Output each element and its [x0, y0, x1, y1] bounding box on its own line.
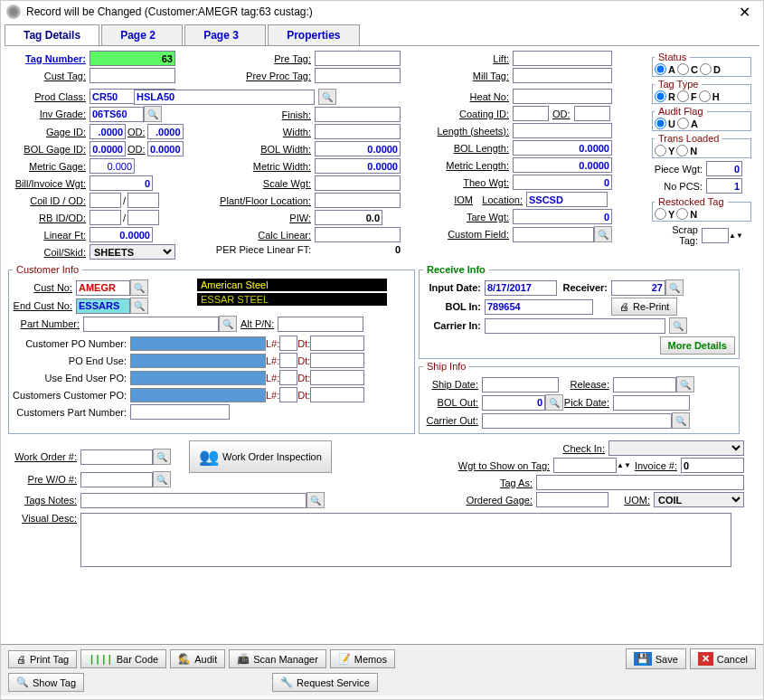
pre-tag-input[interactable] [315, 51, 401, 66]
carrier-in-input[interactable] [485, 318, 665, 334]
calc-linear-input[interactable] [315, 227, 401, 242]
visual-desc-input[interactable] [80, 513, 731, 567]
coil-od-input[interactable] [127, 193, 159, 208]
cust-po-input[interactable] [130, 336, 266, 351]
tab-tag-details[interactable]: Tag Details [5, 24, 99, 45]
more-details-button[interactable]: More Details [660, 336, 735, 355]
tags-notes-input[interactable] [80, 493, 307, 508]
use-end-d-input[interactable] [310, 370, 364, 385]
cust-no-input[interactable] [76, 280, 130, 296]
tab-page-2[interactable]: Page 2 [101, 24, 183, 45]
plant-floor-input[interactable] [315, 193, 401, 208]
prod-class-search-icon[interactable]: 🔍 [318, 89, 336, 105]
metric-width-input[interactable] [315, 158, 401, 174]
coil-id-input[interactable] [90, 193, 121, 208]
save-button[interactable]: 💾Save [626, 648, 686, 669]
tag-type-radios[interactable]: RFH [655, 90, 749, 102]
custom-field-search-icon[interactable]: 🔍 [594, 226, 612, 242]
tag-as-input[interactable] [536, 475, 744, 490]
receiver-search-icon[interactable]: 🔍 [665, 279, 684, 296]
cust-customer-po-input[interactable] [130, 388, 266, 402]
bol-gage-id-input[interactable] [90, 141, 126, 156]
uom-select[interactable]: COIL [654, 492, 744, 507]
length-sheets-input[interactable] [513, 123, 612, 138]
release-input[interactable] [613, 377, 676, 393]
part-search-icon[interactable]: 🔍 [219, 316, 237, 332]
carrier-in-search-icon[interactable]: 🔍 [669, 317, 687, 334]
bol-out-input[interactable] [482, 395, 545, 411]
wgt-to-show-input[interactable] [553, 458, 617, 473]
cust-no-search-icon[interactable]: 🔍 [130, 279, 148, 296]
audit-flag-radios[interactable]: UA [655, 118, 749, 129]
ccp-l-input[interactable] [279, 387, 297, 402]
work-order-input[interactable] [80, 449, 153, 465]
location-input[interactable] [526, 192, 608, 207]
gage-id-input[interactable] [90, 124, 126, 139]
coating-id-input[interactable] [513, 106, 549, 121]
part-number-input[interactable] [83, 317, 219, 332]
tare-wgt-input[interactable] [513, 209, 612, 224]
cust-tag-input[interactable] [90, 68, 175, 83]
piece-wgt-input[interactable] [706, 161, 742, 176]
bol-gage-od-input[interactable] [147, 141, 184, 156]
notes-search-icon[interactable]: 🔍 [307, 492, 325, 508]
show-tag-button[interactable]: 🔍Show Tag [8, 673, 84, 692]
carrier-out-input[interactable] [482, 413, 672, 429]
po-end-l-input[interactable] [279, 353, 297, 368]
alt-pn-input[interactable] [278, 317, 363, 332]
mill-tag-input[interactable] [513, 68, 612, 83]
theo-wgt-input[interactable] [513, 175, 612, 190]
bill-wgt-input[interactable] [90, 175, 153, 191]
input-date-input[interactable] [485, 280, 557, 296]
prod-class-2-input[interactable] [134, 90, 315, 105]
end-cust-no-input[interactable] [76, 298, 130, 314]
carrier-out-search-icon[interactable]: 🔍 [672, 412, 690, 429]
bol-out-search-icon[interactable]: 🔍 [545, 394, 563, 411]
metric-length-input[interactable] [513, 157, 612, 173]
print-tag-button[interactable]: 🖨Print Tag [8, 650, 77, 668]
receiver-input[interactable] [611, 280, 665, 296]
bol-width-input[interactable] [315, 141, 401, 156]
rb-id-input[interactable] [90, 210, 121, 225]
tab-page-3[interactable]: Page 3 [184, 24, 266, 45]
cust-po-l-input[interactable] [279, 336, 297, 351]
po-end-d-input[interactable] [310, 353, 364, 368]
reprint-button[interactable]: 🖨Re-Print [611, 298, 677, 316]
bol-in-input[interactable] [485, 299, 593, 315]
wo-search-icon[interactable]: 🔍 [153, 449, 171, 465]
coating-od-input[interactable] [574, 106, 610, 121]
use-end-l-input[interactable] [279, 370, 297, 385]
tag-number-input[interactable] [90, 51, 175, 66]
invoice-no-input[interactable] [681, 458, 744, 473]
close-icon[interactable]: ✕ [731, 4, 758, 21]
heat-no-input[interactable] [513, 89, 612, 104]
scrap-tag-input[interactable] [702, 228, 729, 243]
custom-field-input[interactable] [513, 227, 594, 242]
prev-proc-tag-input[interactable] [315, 68, 401, 83]
metric-gage-input[interactable] [90, 158, 135, 174]
inv-grade-search-icon[interactable]: 🔍 [144, 106, 162, 122]
finish-input[interactable] [315, 107, 401, 122]
memos-button[interactable]: 📝Memos [330, 649, 395, 668]
wo-inspection-button[interactable]: 👥Work Order Inspection [189, 440, 332, 473]
coil-skid-select[interactable]: SHEETS [90, 244, 175, 260]
status-radios[interactable]: ACD [655, 63, 749, 75]
end-cust-search-icon[interactable]: 🔍 [130, 298, 148, 314]
ccp-d-input[interactable] [310, 387, 364, 402]
release-search-icon[interactable]: 🔍 [676, 376, 694, 393]
po-end-use-input[interactable] [130, 354, 266, 368]
bar-code-button[interactable]: ||||Bar Code [80, 649, 166, 668]
width-input[interactable] [315, 124, 401, 139]
gage-od-input[interactable] [147, 124, 184, 139]
cust-po-d-input[interactable] [310, 336, 364, 351]
trans-loaded-radios[interactable]: YN [655, 145, 749, 156]
pick-date-input[interactable] [613, 395, 690, 411]
cust-part-number-input[interactable] [130, 404, 230, 420]
tab-properties[interactable]: Properties [268, 24, 359, 45]
ship-date-input[interactable] [482, 377, 559, 393]
ordered-gage-input[interactable] [536, 492, 608, 507]
scan-manager-button[interactable]: 📠Scan Manager [229, 649, 326, 668]
request-service-button[interactable]: 🔧Request Service [272, 673, 378, 692]
bol-length-input[interactable] [513, 140, 612, 156]
cancel-button[interactable]: ✕Cancel [690, 648, 756, 669]
